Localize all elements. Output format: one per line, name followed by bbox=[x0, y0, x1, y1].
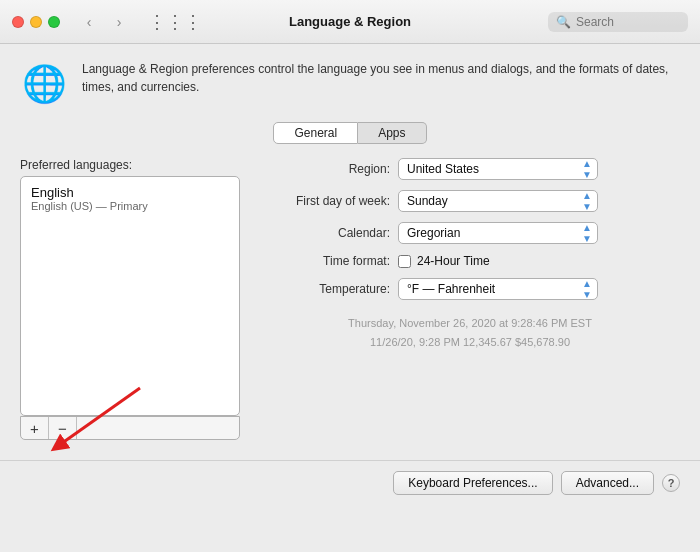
forward-button[interactable]: › bbox=[106, 13, 132, 31]
time-format-checkbox-label: 24-Hour Time bbox=[417, 254, 490, 268]
tab-apps[interactable]: Apps bbox=[358, 122, 426, 144]
traffic-lights bbox=[12, 16, 60, 28]
region-control: United States United Kingdom Canada Aust… bbox=[398, 158, 680, 180]
first-day-label: First day of week: bbox=[260, 194, 390, 208]
right-panel: Region: United States United Kingdom Can… bbox=[260, 158, 680, 440]
main-area: Preferred languages: English English (US… bbox=[20, 158, 680, 440]
date-preview-line1: Thursday, November 26, 2020 at 9:28:46 P… bbox=[260, 314, 680, 333]
list-item: English English (US) — Primary bbox=[21, 177, 239, 220]
minimize-button[interactable] bbox=[30, 16, 42, 28]
back-button[interactable]: ‹ bbox=[76, 13, 102, 31]
globe-icon: 🌐 bbox=[20, 60, 68, 108]
list-extra-button bbox=[77, 417, 239, 439]
languages-list: English English (US) — Primary bbox=[20, 176, 240, 416]
region-select-wrapper: United States United Kingdom Canada Aust… bbox=[398, 158, 598, 180]
calendar-select[interactable]: Gregorian Buddhist Hebrew Islamic bbox=[398, 222, 598, 244]
region-row: Region: United States United Kingdom Can… bbox=[260, 158, 680, 180]
date-preview-line2: 11/26/20, 9:28 PM 12,345.67 $45,678.90 bbox=[260, 333, 680, 352]
region-select[interactable]: United States United Kingdom Canada Aust… bbox=[398, 158, 598, 180]
temperature-select[interactable]: °F — Fahrenheit °C — Celsius bbox=[398, 278, 598, 300]
help-button[interactable]: ? bbox=[662, 474, 680, 492]
temperature-select-wrapper: °F — Fahrenheit °C — Celsius ▲ ▼ bbox=[398, 278, 598, 300]
date-preview: Thursday, November 26, 2020 at 9:28:46 P… bbox=[260, 314, 680, 351]
app-grid-icon[interactable]: ⋮⋮⋮ bbox=[148, 11, 202, 33]
nav-buttons: ‹ › bbox=[76, 13, 132, 31]
calendar-row: Calendar: Gregorian Buddhist Hebrew Isla… bbox=[260, 222, 680, 244]
search-input[interactable] bbox=[576, 15, 680, 29]
fullscreen-button[interactable] bbox=[48, 16, 60, 28]
first-day-control: Sunday Monday Saturday ▲ ▼ bbox=[398, 190, 680, 212]
remove-language-button[interactable]: − bbox=[49, 417, 77, 439]
calendar-label: Calendar: bbox=[260, 226, 390, 240]
tabs: General Apps bbox=[20, 122, 680, 144]
temperature-control: °F — Fahrenheit °C — Celsius ▲ ▼ bbox=[398, 278, 680, 300]
keyboard-preferences-button[interactable]: Keyboard Preferences... bbox=[393, 471, 552, 495]
temperature-label: Temperature: bbox=[260, 282, 390, 296]
close-button[interactable] bbox=[12, 16, 24, 28]
add-language-button[interactable]: + bbox=[21, 417, 49, 439]
time-format-control: 24-Hour Time bbox=[398, 254, 680, 268]
tab-general[interactable]: General bbox=[273, 122, 358, 144]
time-format-checkbox[interactable] bbox=[398, 255, 411, 268]
advanced-button[interactable]: Advanced... bbox=[561, 471, 654, 495]
titlebar: ‹ › ⋮⋮⋮ Language & Region 🔍 bbox=[0, 0, 700, 44]
window-title: Language & Region bbox=[289, 14, 411, 29]
region-label: Region: bbox=[260, 162, 390, 176]
left-panel: Preferred languages: English English (US… bbox=[20, 158, 240, 440]
time-format-row: Time format: 24-Hour Time bbox=[260, 254, 680, 268]
first-day-select-wrapper: Sunday Monday Saturday ▲ ▼ bbox=[398, 190, 598, 212]
time-format-checkbox-row: 24-Hour Time bbox=[398, 254, 680, 268]
calendar-select-wrapper: Gregorian Buddhist Hebrew Islamic ▲ ▼ bbox=[398, 222, 598, 244]
preferred-languages-label: Preferred languages: bbox=[20, 158, 240, 172]
first-day-select[interactable]: Sunday Monday Saturday bbox=[398, 190, 598, 212]
first-day-row: First day of week: Sunday Monday Saturda… bbox=[260, 190, 680, 212]
header-row: 🌐 Language & Region preferences control … bbox=[20, 60, 680, 108]
language-name: English bbox=[31, 185, 229, 200]
language-sub: English (US) — Primary bbox=[31, 200, 229, 212]
search-icon: 🔍 bbox=[556, 15, 571, 29]
bottom-bar: Keyboard Preferences... Advanced... ? bbox=[0, 460, 700, 505]
search-box[interactable]: 🔍 bbox=[548, 12, 688, 32]
content-area: 🌐 Language & Region preferences control … bbox=[0, 44, 700, 452]
lang-list-wrapper: English English (US) — Primary bbox=[20, 176, 240, 416]
temperature-row: Temperature: °F — Fahrenheit °C — Celsiu… bbox=[260, 278, 680, 300]
list-controls: + − bbox=[20, 416, 240, 440]
calendar-control: Gregorian Buddhist Hebrew Islamic ▲ ▼ bbox=[398, 222, 680, 244]
header-description: Language & Region preferences control th… bbox=[82, 60, 680, 96]
time-format-label: Time format: bbox=[260, 254, 390, 268]
